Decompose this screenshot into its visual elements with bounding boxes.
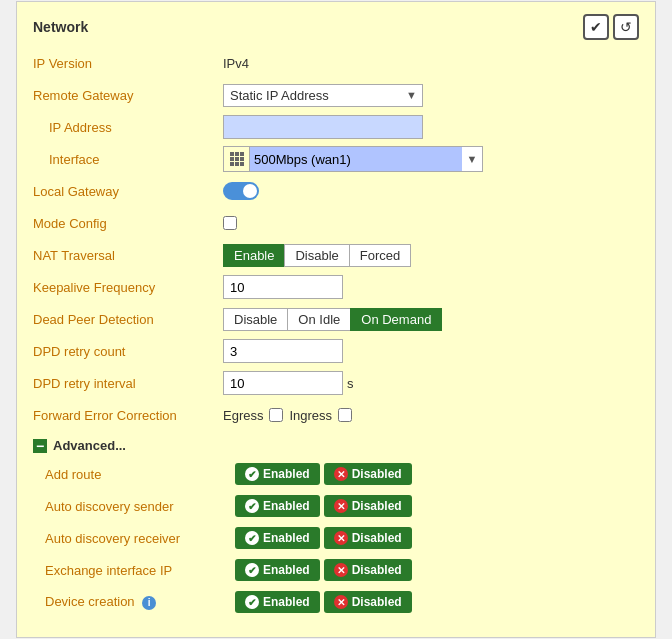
add-route-disabled-button[interactable]: ✕ Disabled <box>324 463 412 485</box>
exchange-interface-ip-row: Exchange interface IP ✔ Enabled ✕ Disabl… <box>45 557 639 583</box>
dead-peer-detection-row: Dead Peer Detection Disable On Idle On D… <box>33 306 639 332</box>
dc-enabled-label: Enabled <box>263 595 310 609</box>
eip-enabled-button[interactable]: ✔ Enabled <box>235 559 320 581</box>
reset-button[interactable]: ↺ <box>613 14 639 40</box>
nat-enable-button[interactable]: Enable <box>223 244 284 267</box>
x-icon: ✕ <box>334 499 348 513</box>
svg-rect-0 <box>230 152 234 156</box>
fec-egress-checkbox[interactable] <box>269 408 283 422</box>
dpd-btn-group: Disable On Idle On Demand <box>223 308 442 331</box>
interface-select-wrapper[interactable]: 500Mbps (wan1) ▼ <box>223 146 483 172</box>
local-gateway-label: Local Gateway <box>33 184 223 199</box>
x-icon: ✕ <box>334 595 348 609</box>
svg-rect-3 <box>230 157 234 161</box>
add-route-enabled-button[interactable]: ✔ Enabled <box>235 463 320 485</box>
keepalive-frequency-label: Keepalive Frequency <box>33 280 223 295</box>
mode-config-checkbox[interactable] <box>223 216 237 230</box>
check-icon: ✔ <box>590 19 602 35</box>
exchange-interface-ip-label: Exchange interface IP <box>45 563 235 578</box>
remote-gateway-label: Remote Gateway <box>33 88 223 103</box>
add-route-label: Add route <box>45 467 235 482</box>
check-icon: ✔ <box>245 595 259 609</box>
adr-enabled-label: Enabled <box>263 531 310 545</box>
dpd-on-demand-button[interactable]: On Demand <box>350 308 442 331</box>
exchange-interface-ip-btn-group: ✔ Enabled ✕ Disabled <box>235 559 412 581</box>
fec-row: Forward Error Correction Egress Ingress <box>33 402 639 428</box>
fec-ingress-label: Ingress <box>289 408 332 423</box>
x-icon: ✕ <box>334 531 348 545</box>
fec-controls: Egress Ingress <box>223 408 352 423</box>
eip-disabled-button[interactable]: ✕ Disabled <box>324 559 412 581</box>
eip-disabled-label: Disabled <box>352 563 402 577</box>
header-icons: ✔ ↺ <box>583 14 639 40</box>
local-gateway-toggle[interactable] <box>223 182 259 200</box>
panel-title: Network <box>33 19 88 35</box>
ip-version-value: IPv4 <box>223 56 249 71</box>
ip-version-row: IP Version IPv4 <box>33 50 639 76</box>
fec-ingress-checkbox[interactable] <box>338 408 352 422</box>
interface-value: 500Mbps (wan1) <box>250 147 462 171</box>
nat-traversal-btn-group: Enable Disable Forced <box>223 244 411 267</box>
svg-rect-4 <box>235 157 239 161</box>
adr-disabled-label: Disabled <box>352 531 402 545</box>
toggle-knob <box>243 184 257 198</box>
svg-rect-2 <box>240 152 244 156</box>
advanced-rows: Add route ✔ Enabled ✕ Disabled Auto disc… <box>33 461 639 615</box>
ads-enabled-label: Enabled <box>263 499 310 513</box>
dpd-disable-button[interactable]: Disable <box>223 308 287 331</box>
eip-enabled-label: Enabled <box>263 563 310 577</box>
auto-discovery-receiver-btn-group: ✔ Enabled ✕ Disabled <box>235 527 412 549</box>
adr-disabled-button[interactable]: ✕ Disabled <box>324 527 412 549</box>
add-route-enabled-label: Enabled <box>263 467 310 481</box>
adr-enabled-button[interactable]: ✔ Enabled <box>235 527 320 549</box>
ip-address-label: IP Address <box>33 120 223 135</box>
local-gateway-row: Local Gateway <box>33 178 639 204</box>
network-panel: Network ✔ ↺ IP Version IPv4 Remote Gatew… <box>16 1 656 638</box>
auto-discovery-sender-label: Auto discovery sender <box>45 499 235 514</box>
dpd-retry-interval-unit: s <box>347 376 354 391</box>
nat-traversal-row: NAT Traversal Enable Disable Forced <box>33 242 639 268</box>
panel-header: Network ✔ ↺ <box>33 14 639 40</box>
check-icon: ✔ <box>245 467 259 481</box>
fec-label: Forward Error Correction <box>33 408 223 423</box>
dc-disabled-label: Disabled <box>352 595 402 609</box>
auto-discovery-receiver-label: Auto discovery receiver <box>45 531 235 546</box>
interface-dropdown-arrow: ▼ <box>462 147 482 171</box>
interface-row: Interface 500Mbps (wan1) ▼ <box>33 146 639 172</box>
device-creation-label: Device creation i <box>45 594 235 610</box>
svg-rect-6 <box>230 162 234 166</box>
dpd-on-idle-button[interactable]: On Idle <box>287 308 350 331</box>
advanced-header[interactable]: − Advanced... <box>33 438 639 453</box>
add-route-btn-group: ✔ Enabled ✕ Disabled <box>235 463 412 485</box>
ads-enabled-button[interactable]: ✔ Enabled <box>235 495 320 517</box>
device-creation-row: Device creation i ✔ Enabled ✕ Disabled <box>45 589 639 615</box>
dc-enabled-button[interactable]: ✔ Enabled <box>235 591 320 613</box>
check-button[interactable]: ✔ <box>583 14 609 40</box>
dc-disabled-button[interactable]: ✕ Disabled <box>324 591 412 613</box>
fec-egress-label: Egress <box>223 408 263 423</box>
keepalive-frequency-input[interactable] <box>223 275 343 299</box>
advanced-label: Advanced... <box>53 438 126 453</box>
svg-rect-7 <box>235 162 239 166</box>
dpd-retry-interval-row: DPD retry interval s <box>33 370 639 396</box>
check-icon: ✔ <box>245 563 259 577</box>
nat-disable-button[interactable]: Disable <box>284 244 348 267</box>
auto-discovery-sender-btn-group: ✔ Enabled ✕ Disabled <box>235 495 412 517</box>
info-icon[interactable]: i <box>142 596 156 610</box>
interface-label: Interface <box>33 152 223 167</box>
nat-traversal-label: NAT Traversal <box>33 248 223 263</box>
reset-icon: ↺ <box>620 19 632 35</box>
mode-config-label: Mode Config <box>33 216 223 231</box>
check-icon: ✔ <box>245 499 259 513</box>
ads-disabled-button[interactable]: ✕ Disabled <box>324 495 412 517</box>
dpd-retry-count-input[interactable] <box>223 339 343 363</box>
dpd-retry-count-row: DPD retry count <box>33 338 639 364</box>
remote-gateway-select[interactable]: Static IP Address Dynamic IP Address Dia… <box>223 84 423 107</box>
auto-discovery-receiver-row: Auto discovery receiver ✔ Enabled ✕ Disa… <box>45 525 639 551</box>
dpd-retry-interval-input[interactable] <box>223 371 343 395</box>
add-route-row: Add route ✔ Enabled ✕ Disabled <box>45 461 639 487</box>
ip-address-input[interactable] <box>223 115 423 139</box>
nat-forced-button[interactable]: Forced <box>349 244 411 267</box>
auto-discovery-sender-row: Auto discovery sender ✔ Enabled ✕ Disabl… <box>45 493 639 519</box>
remote-gateway-row: Remote Gateway Static IP Address Dynamic… <box>33 82 639 108</box>
